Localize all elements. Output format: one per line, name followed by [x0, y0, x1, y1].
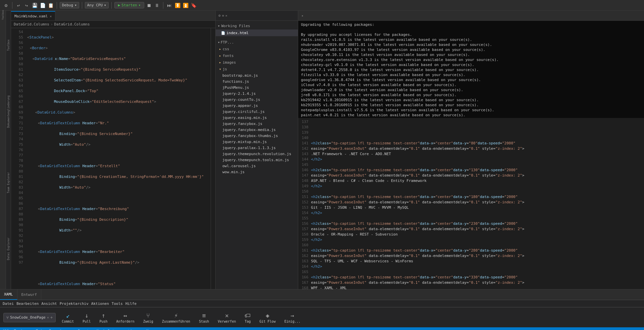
menu-datei[interactable]: Datei [3, 302, 14, 306]
folder-images[interactable]: ▸ images [216, 59, 298, 66]
separator-4 [111, 2, 112, 9]
file-tree-panel: ⚙ ≡ ✕ ▾ Working Files 📄 index.html ▾ FTP… [216, 11, 298, 289]
code-editor: MainWindow.xaml ✕ DataGrid.Columns › Dat… [11, 11, 216, 289]
js-jquery-easing[interactable]: jquery.easing.min.js [216, 115, 298, 121]
toolbox-icon[interactable]: Toolbox [0, 12, 6, 17]
code-line [27, 196, 208, 201]
js-wow[interactable]: wow.min.js [216, 169, 298, 175]
js-bootstrap[interactable]: bootstrap.min.js [216, 72, 298, 78]
pause-icon[interactable]: ⏸ [154, 2, 160, 9]
branch-close-icon[interactable]: ✕ [47, 316, 49, 319]
status-bar: Alle Zweige ☑ Zeige Branches von Remote … [0, 327, 644, 330]
code-line: Width="Auto" /> [27, 185, 208, 190]
zusammenfuehren-button[interactable]: ⚡ Zusammenführen [158, 310, 194, 325]
file-label[interactable]: Datei Explorer [7, 238, 10, 260]
menu-hilfe[interactable]: Hilfe [125, 302, 137, 306]
code-line: <DataGridTextColumn Header="Status" [27, 281, 208, 287]
folder-js[interactable]: ▾ js [216, 66, 298, 72]
js-jpushmenu[interactable]: jPushMenu.js [216, 84, 298, 90]
code-line: <DataGridTextColumn Header="Bearbeiter" [27, 249, 208, 255]
all-branches-status[interactable]: Alle Zweige [3, 329, 27, 330]
debug-dropdown[interactable]: Debug ▾ [60, 2, 79, 8]
code-text[interactable]: <StackPanel> <Border> <DataGrid x:Name="… [24, 28, 211, 289]
menu-tools[interactable]: Tools [112, 302, 123, 306]
js-jquery-countto[interactable]: jquery-countTo.js [216, 96, 298, 103]
push-button[interactable]: ↑ Push [95, 310, 111, 325]
js-owl-carousel[interactable]: owl.carousel.js [216, 163, 298, 169]
new-doc-icon[interactable]: 📄 [39, 2, 46, 9]
terminal-content[interactable]: Upgrading the following packages: By upg… [298, 21, 644, 118]
bookmark-icon[interactable]: 🔖 [190, 2, 197, 9]
push-icon: ↑ [102, 312, 105, 319]
zweig-button[interactable]: ⑂ Zweig [139, 310, 157, 325]
code-line: <DataGrid x:Name="DataGridServiceRequest… [27, 56, 208, 62]
show-remote-status[interactable]: ☑ Zeige Branches von Remote [33, 329, 91, 330]
pull-button[interactable]: ↓ Pull [78, 310, 95, 325]
tab-entwurf[interactable]: Entwurf [17, 289, 41, 300]
anfordern-button[interactable]: ↔ Anfordern [112, 310, 139, 325]
working-files-header[interactable]: ▾ Working Files [216, 22, 298, 29]
start-button[interactable]: ▶ Starten ▾ [114, 2, 145, 8]
js-jquery-fancybox[interactable]: jquery.fancybox.js [216, 121, 298, 127]
team-label[interactable]: Team Explorer [7, 172, 10, 193]
toolbox-label[interactable]: Toolbox [7, 40, 10, 51]
copy-icon[interactable]: 📋 [47, 2, 54, 9]
menu-projektarchiv[interactable]: Projektarchiv [60, 302, 89, 306]
ftp-label[interactable]: ▾ FTP... [216, 39, 298, 46]
code-scrollbar[interactable] [211, 28, 215, 289]
tab-close-icon[interactable]: ✕ [50, 14, 52, 18]
step-out-icon[interactable]: ⏫ [182, 2, 189, 9]
js-jquery-tools[interactable]: jquery.themepunch.tools.min.js [216, 157, 298, 163]
file-index-html[interactable]: 📄 index.html [216, 29, 298, 36]
code-line: <Border> [27, 46, 208, 51]
stop-icon[interactable]: ⏹ [146, 2, 152, 9]
js-jquery-fancybox-thumbs[interactable]: jquery.fancybox-thumbs.js [216, 133, 298, 139]
einig-button[interactable]: → Einig... [280, 310, 305, 325]
folder-css[interactable]: ▸ css [216, 46, 298, 52]
separator-3 [82, 2, 82, 9]
step-in-icon[interactable]: ⏬ [174, 2, 181, 9]
tab-mainwindow[interactable]: MainWindow.xaml ✕ [11, 11, 55, 20]
js-jquery-mixtup[interactable]: jquery.mixtup.min.js [216, 139, 298, 145]
undo-icon[interactable]: ↩ [15, 2, 22, 9]
sort-by-date-status[interactable]: Nach Datum sortieren [97, 329, 141, 330]
commit-button[interactable]: ↙ Commit [58, 310, 78, 325]
tag-icon: 🏷 [245, 312, 251, 319]
branch-add-icon[interactable]: + [50, 315, 53, 320]
branch-tab[interactable]: ⑂ SnowCode_OnePage ✕ + [3, 313, 56, 322]
code-line: Width="Auto" /> [27, 142, 208, 147]
commit-icon: ↙ [66, 312, 70, 319]
gitflow-icon: ◈ [266, 312, 269, 319]
editor-tabs: MainWindow.xaml ✕ [11, 11, 215, 21]
code-line: DockPanel.Dock="Top" [27, 88, 208, 94]
step-over-icon[interactable]: ⏭ [166, 2, 173, 9]
left-labels: Toolbox Dokumentengliederung Team Explor… [6, 11, 11, 289]
menu-ansicht[interactable]: Ansicht [41, 302, 57, 306]
js-jquery-circliful[interactable]: jquery.circliful.js [216, 109, 298, 115]
nach-status[interactable]: Nac... [147, 329, 160, 330]
doc-label[interactable]: Dokumentengliederung [7, 95, 10, 128]
stash-button[interactable]: ≡ Stash [195, 310, 213, 325]
verwerfen-button[interactable]: ✕ Verwerfen [214, 310, 240, 325]
save-icon[interactable]: 💾 [31, 2, 38, 9]
gitflow-button[interactable]: ◈ Git Flow [256, 310, 280, 325]
menu-bearbeiten[interactable]: Bearbeiten [16, 302, 39, 306]
js-jquery[interactable]: jquery-2.1.4.js [216, 90, 298, 96]
folder-open-icon: ▾ [219, 67, 221, 71]
js-jquery-revolution[interactable]: jquery.themepunch.revolution.js [216, 151, 298, 157]
redo-icon[interactable]: ↪ [23, 2, 30, 9]
cpu-dropdown[interactable]: Any CPU ▾ [85, 2, 109, 8]
editor-breadcrumb: DataGrid.Columns › DataGrid.Columns [11, 21, 215, 28]
html-code-area[interactable]: 137 138 139 140 141<h2 class="tp-caption… [298, 118, 644, 289]
js-jquery-appear[interactable]: jquery.appear.js [216, 103, 298, 109]
folder-fonts[interactable]: ▸ fonts [216, 52, 298, 59]
tab-xaml[interactable]: XAML [0, 289, 17, 300]
js-jquery-fancybox-media[interactable]: jquery.fancybox-media.js [216, 127, 298, 133]
js-jquery-parallax[interactable]: jquery.parallax-1.1.3.js [216, 145, 298, 151]
tag-button[interactable]: 🏷 Tag [240, 310, 255, 325]
working-files-section: ▾ Working Files 📄 index.html [216, 21, 298, 38]
branch-new-icon: ⑂ [146, 312, 150, 319]
js-functions[interactable]: functions.js [216, 78, 298, 84]
menu-aktionen[interactable]: Aktionen [91, 302, 109, 306]
app-icon[interactable]: ⚙ [3, 2, 9, 9]
